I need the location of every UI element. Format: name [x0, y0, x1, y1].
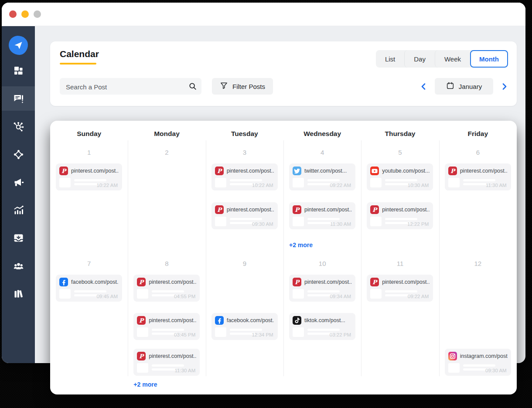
post-text-skeleton [307, 329, 340, 331]
post-card[interactable]: P pinterest.com/post... 11:30 AM [133, 349, 200, 376]
day-number: 5 [361, 149, 439, 156]
post-card[interactable]: P pinterest.com/post... 10:22 AM [56, 163, 122, 190]
post-card[interactable]: P pinterest.com/post... 09:34 AM [289, 275, 355, 302]
publishing-icon [13, 93, 24, 105]
day-header: Thursday [361, 130, 439, 138]
post-thumbnail-skeleton [137, 289, 148, 299]
day-number: 6 [439, 149, 517, 156]
post-text-skeleton [152, 364, 184, 367]
view-tab-list[interactable]: List [376, 50, 404, 68]
post-card[interactable]: P pinterest.com/post... 11:30 AM [289, 202, 355, 229]
search-input[interactable] [65, 78, 184, 95]
close-button[interactable] [9, 10, 17, 18]
post-card[interactable]: tiktok.com/post... 03:22 PM [289, 313, 355, 340]
post-text-skeleton [307, 290, 340, 292]
post-url: pinterest.com/post... [149, 353, 196, 359]
post-time: 10:22 AM [96, 183, 118, 188]
sidebar-item-analytics[interactable] [2, 198, 35, 222]
post-card[interactable]: P pinterest.com/post... 03:45 PM [133, 313, 200, 340]
post-time: 09:34 AM [330, 294, 351, 299]
view-tab-day[interactable]: Day [404, 50, 435, 68]
pinterest-icon: P [137, 352, 146, 360]
zoom-button[interactable] [34, 10, 41, 18]
post-text-skeleton [152, 294, 177, 296]
day-number: 3 [206, 149, 283, 156]
month-navigation: January [420, 78, 508, 95]
post-card[interactable]: P pinterest.com/post... 04:55 PM [133, 275, 200, 302]
post-text-skeleton [307, 183, 333, 185]
post-card[interactable]: youtube.com/post... 10:30 AM [367, 163, 433, 190]
post-card[interactable]: P pinterest.com/post... 09:30 AM [211, 202, 278, 229]
day-number: 10 [283, 260, 361, 267]
post-thumbnail-skeleton [137, 327, 148, 337]
sidebar-item-inbox[interactable] [2, 226, 35, 250]
post-card[interactable]: P pinterest.com/post... 12:22 PM [367, 202, 433, 229]
post-time: 10:22 AM [252, 183, 273, 188]
youtube-icon [370, 167, 379, 175]
post-text-skeleton [152, 333, 177, 335]
post-card[interactable]: twitter.com/post... 09:22 AM [289, 163, 355, 190]
post-url: pinterest.com/post... [382, 279, 430, 285]
post-time: 10:30 AM [408, 183, 429, 188]
post-text-skeleton [307, 179, 340, 181]
post-card[interactable]: P pinterest.com/post... 09:22 AM [367, 275, 433, 302]
facebook-icon [215, 316, 224, 325]
next-month-chevron-icon[interactable] [501, 82, 508, 91]
month-selector[interactable]: January [435, 78, 493, 95]
view-tab-week[interactable]: Week [435, 50, 470, 68]
day-number: 4 [283, 149, 361, 156]
post-url: youtube.com/post... [382, 168, 430, 174]
automation-icon [13, 149, 24, 160]
post-thumbnail-skeleton [293, 289, 304, 299]
day-column-sunday: Sunday1 P pinterest.com/post... 10:22 AM… [50, 121, 128, 394]
post-text-skeleton [230, 329, 262, 331]
day-header: Friday [439, 130, 517, 138]
post-text-skeleton [385, 290, 417, 292]
view-tab-month[interactable]: Month [470, 50, 508, 68]
pinterest-icon: P [370, 205, 379, 214]
sidebar-item-publishing[interactable] [2, 86, 35, 111]
post-thumbnail-skeleton [448, 363, 460, 373]
post-text-skeleton [463, 364, 495, 367]
post-time: 11:30 AM [330, 221, 351, 227]
post-card[interactable]: P pinterest.com/post... 11:30 AM [445, 163, 511, 190]
sidebar-item-campaigns[interactable] [2, 170, 35, 194]
post-url: pinterest.com/post... [304, 279, 352, 285]
sidebar-item-automation[interactable] [2, 142, 35, 167]
day-header: Monday [128, 130, 205, 138]
pinterest-icon: P [215, 167, 224, 175]
tiktok-icon [293, 316, 301, 325]
post-text-skeleton [230, 218, 262, 220]
post-thumbnail-skeleton [370, 289, 382, 299]
pinterest-icon: P [137, 316, 146, 325]
show-more-posts-link[interactable]: +2 more [133, 381, 157, 388]
sidebar-item-social-accounts[interactable] [2, 114, 35, 139]
minimize-button[interactable] [21, 10, 29, 18]
post-card[interactable]: facebook.com/post... 12:34 PM [211, 313, 278, 340]
post-url: instagram.com/post. [460, 353, 508, 359]
twitter-icon [293, 167, 301, 175]
post-card[interactable]: instagram.com/post. 09:30 AM [445, 349, 511, 376]
month-label: January [459, 83, 482, 90]
post-card[interactable]: P pinterest.com/post... 10:22 AM [211, 163, 278, 190]
pinterest-icon: P [137, 278, 146, 286]
traffic-lights [9, 10, 41, 18]
campaigns-icon [13, 177, 24, 188]
post-url: facebook.com/post... [227, 317, 274, 323]
post-card[interactable]: facebook.com/post... 09:45 AM [56, 275, 122, 302]
sidebar-item-library[interactable] [2, 282, 35, 306]
post-url: facebook.com/post... [71, 279, 119, 285]
sidebar-item-team[interactable] [2, 254, 35, 278]
day-column-wednesday: Wednesday4 twitter.com/post... 09:22 AM … [283, 121, 361, 394]
filter-icon [220, 82, 228, 91]
post-text-skeleton [385, 294, 410, 296]
post-text-skeleton [74, 183, 99, 185]
post-time: 12:22 PM [407, 221, 429, 227]
filter-posts-button[interactable]: Filter Posts [212, 78, 273, 95]
post-text-skeleton [230, 222, 255, 224]
day-number: 9 [206, 260, 283, 267]
show-more-posts-link[interactable]: +2 more [289, 241, 313, 248]
app-logo-send-icon[interactable] [9, 36, 28, 55]
sidebar-item-dashboard[interactable] [2, 58, 35, 83]
prev-month-chevron-icon[interactable] [420, 82, 427, 91]
